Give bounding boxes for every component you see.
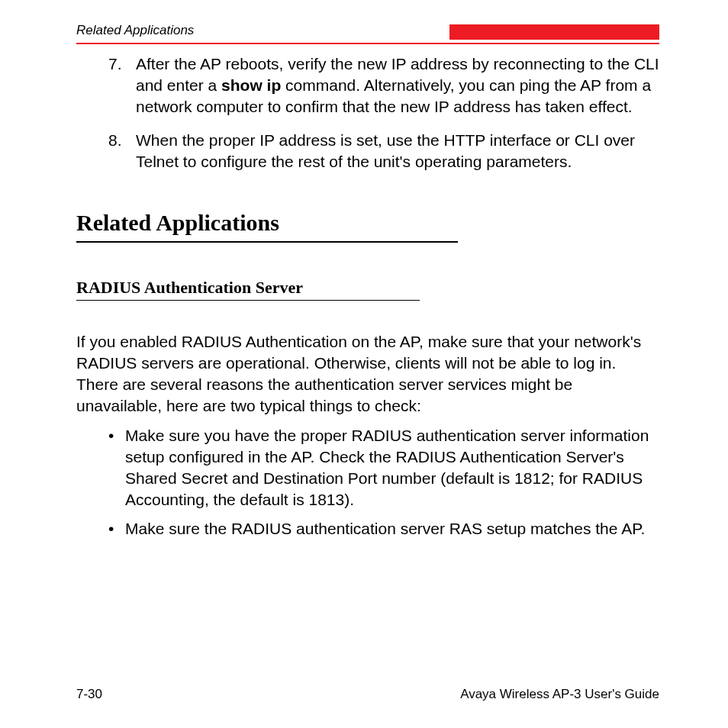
ordered-list-item: 7. After the AP reboots, verify the new …	[76, 53, 659, 118]
list-text: After the AP reboots, verify the new IP …	[136, 53, 659, 118]
document-page: Related Applications 7. After the AP reb…	[0, 0, 728, 728]
list-text: Make sure the RADIUS authentication serv…	[125, 518, 659, 540]
heading-1: Related Applications	[76, 208, 659, 238]
list-number: 8.	[108, 130, 136, 172]
page-number: 7-30	[76, 687, 102, 702]
page-header: Related Applications	[76, 23, 659, 40]
document-title: Avaya Wireless AP-3 User's Guide	[460, 687, 659, 702]
header-rule	[76, 43, 659, 44]
list-number: 7.	[108, 53, 136, 118]
paragraph: If you enabled RADIUS Authentication on …	[76, 331, 659, 417]
text-run: When the proper IP address is set, use t…	[136, 131, 635, 170]
page-content: 7. After the AP reboots, verify the new …	[76, 53, 659, 540]
heading-1-rule	[76, 241, 458, 243]
text-run-bold: show ip	[221, 76, 281, 94]
heading-2: RADIUS Authentication Server	[76, 276, 659, 298]
ordered-list-item: 8. When the proper IP address is set, us…	[76, 130, 659, 172]
list-text: When the proper IP address is set, use t…	[136, 130, 659, 172]
list-text: Make sure you have the proper RADIUS aut…	[125, 425, 659, 511]
page-footer: 7-30 Avaya Wireless AP-3 User's Guide	[76, 687, 659, 702]
bullet-list-item: • Make sure you have the proper RADIUS a…	[76, 425, 659, 511]
bullet-icon: •	[108, 425, 125, 511]
bullet-list-item: • Make sure the RADIUS authentication se…	[76, 518, 659, 540]
bullet-icon: •	[108, 518, 125, 540]
header-red-bar	[449, 24, 659, 40]
heading-2-rule	[76, 300, 420, 301]
header-section-title: Related Applications	[76, 23, 194, 40]
